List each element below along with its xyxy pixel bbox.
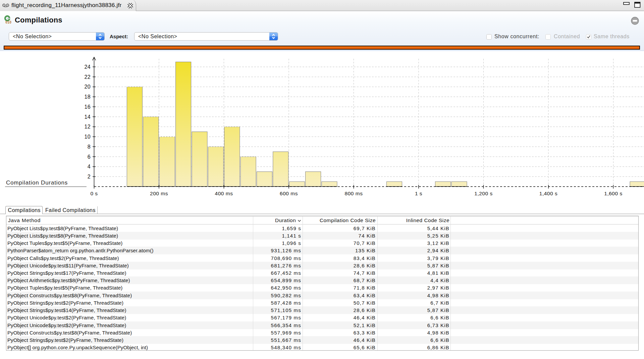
svg-text:0 s: 0 s — [90, 191, 98, 196]
svg-text:200 ms: 200 ms — [150, 191, 168, 196]
svg-text:1,200 s: 1,200 s — [474, 191, 492, 196]
svg-text:12: 12 — [85, 124, 91, 130]
svg-text:20: 20 — [85, 84, 91, 90]
svg-text:8: 8 — [88, 144, 91, 150]
svg-text:24: 24 — [85, 64, 91, 70]
svg-text:800 ms: 800 ms — [345, 191, 363, 196]
svg-text:6: 6 — [88, 154, 91, 160]
svg-text:1,600 s: 1,600 s — [604, 191, 622, 196]
svg-text:2: 2 — [88, 174, 91, 180]
svg-text:16: 16 — [85, 104, 91, 110]
svg-text:18: 18 — [85, 94, 91, 100]
svg-text:1 s: 1 s — [415, 191, 422, 196]
svg-text:1,400 s: 1,400 s — [539, 191, 557, 196]
svg-text:010: 010 — [5, 20, 11, 24]
svg-text:600 ms: 600 ms — [280, 191, 298, 196]
svg-text:400 ms: 400 ms — [215, 191, 233, 196]
svg-text:22: 22 — [85, 74, 91, 80]
svg-text:14: 14 — [85, 114, 91, 120]
svg-text:10: 10 — [85, 134, 91, 140]
svg-text:4: 4 — [88, 164, 91, 169]
